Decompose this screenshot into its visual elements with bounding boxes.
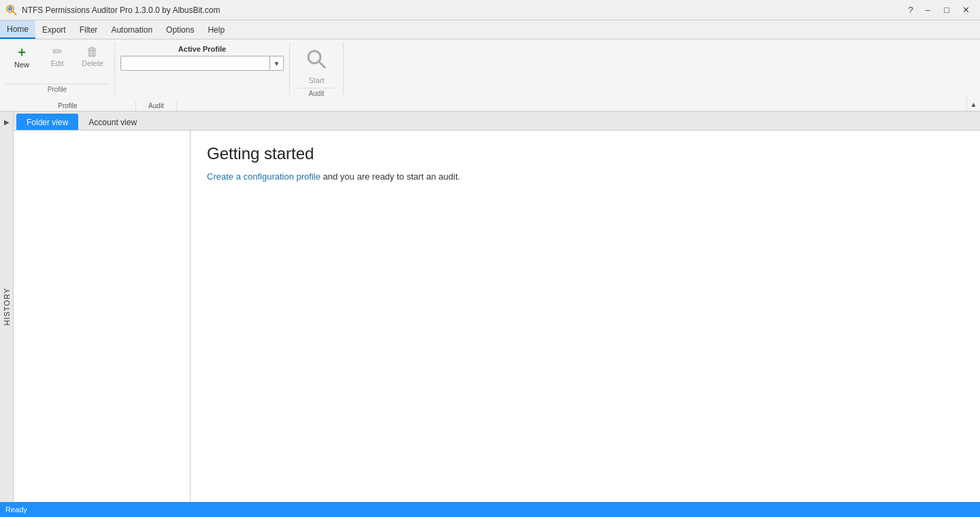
ribbon-group-profile-actions: + New ✏ Edit 🗑 Delete Profile	[0, 42, 115, 95]
tab-folder-view[interactable]: Folder view	[16, 114, 78, 130]
tab-account-view[interactable]: Account view	[78, 114, 147, 130]
maximize-button[interactable]: □	[938, 3, 956, 17]
menu-item-options[interactable]: Options	[159, 20, 201, 39]
history-sidebar[interactable]: ▶ HISTORY	[0, 112, 14, 502]
delete-button[interactable]: 🗑 Delete	[76, 42, 109, 71]
ribbon-label-audit: Audit	[136, 101, 177, 111]
profile-dropdown-input[interactable]	[121, 59, 270, 68]
profile-dropdown[interactable]: ▼	[120, 56, 284, 71]
edit-icon: ✏	[52, 46, 63, 58]
profile-group-label: Profile	[5, 84, 109, 95]
getting-started-title: Getting started	[207, 144, 964, 163]
content-area: Getting started Create a configuration p…	[14, 131, 980, 502]
start-label: Start	[308, 76, 324, 84]
menu-item-home[interactable]: Home	[0, 20, 35, 39]
create-profile-link[interactable]: Create a configuration profile	[207, 171, 321, 182]
title-bar-controls: ? – □ ✕	[904, 3, 975, 17]
close-button[interactable]: ✕	[957, 3, 975, 17]
history-arrow-icon: ▶	[4, 118, 10, 126]
ribbon-group-items-profile: + New ✏ Edit 🗑 Delete	[5, 42, 109, 82]
right-panel: Getting started Create a configuration p…	[191, 131, 980, 502]
start-search-icon	[306, 48, 327, 75]
ribbon-expand-button[interactable]: ▲	[966, 97, 980, 111]
status-text: Ready	[5, 505, 27, 514]
menu-item-filter[interactable]: Filter	[73, 20, 105, 39]
tabs-content-wrapper: Folder view Account view Getting started…	[14, 112, 980, 502]
history-label: HISTORY	[3, 288, 11, 326]
svg-point-2	[308, 51, 321, 63]
audit-group: Start Audit	[290, 42, 344, 95]
ribbon-tabs-bar: Profile Audit ▲	[0, 97, 980, 111]
profile-dropdown-arrow-icon[interactable]: ▼	[270, 56, 283, 70]
start-button[interactable]: Start	[298, 45, 335, 88]
svg-line-1	[13, 12, 16, 15]
menu-bar: Home Export Filter Automation Options He…	[0, 20, 980, 39]
delete-icon: 🗑	[86, 46, 99, 58]
title-bar: NTFS Permissions Auditor Pro 1.3.0.0 by …	[0, 0, 980, 20]
edit-label: Edit	[51, 59, 64, 67]
left-panel	[14, 131, 191, 502]
menu-item-automation[interactable]: Automation	[104, 20, 159, 39]
main-area: ▶ HISTORY Folder view Account view Getti…	[0, 112, 980, 502]
getting-started-body: and you are ready to start an audit.	[321, 171, 460, 182]
new-label: New	[14, 61, 29, 69]
profile-section: Active Profile ▼	[115, 42, 290, 95]
minimize-button[interactable]: –	[919, 3, 936, 17]
tabs-bar: Folder view Account view	[14, 112, 980, 131]
menu-item-help[interactable]: Help	[201, 20, 231, 39]
getting-started-text: Create a configuration profile and you a…	[207, 171, 964, 182]
ribbon-content: + New ✏ Edit 🗑 Delete Profile Active Pro…	[0, 39, 980, 97]
ribbon-label-profile: Profile	[0, 101, 136, 111]
svg-line-3	[319, 62, 325, 68]
status-bar: Ready	[0, 502, 980, 517]
title-bar-title: NTFS Permissions Auditor Pro 1.3.0.0 by …	[22, 5, 220, 15]
help-button[interactable]: ?	[904, 3, 917, 17]
ribbon: + New ✏ Edit 🗑 Delete Profile Active Pro…	[0, 39, 980, 112]
new-icon: +	[18, 46, 26, 59]
edit-button[interactable]: ✏ Edit	[41, 42, 74, 71]
delete-label: Delete	[82, 59, 103, 67]
menu-item-export[interactable]: Export	[35, 20, 73, 39]
new-button[interactable]: + New	[5, 42, 38, 72]
active-profile-label: Active Profile	[120, 45, 284, 53]
app-icon	[5, 4, 18, 16]
title-bar-left: NTFS Permissions Auditor Pro 1.3.0.0 by …	[5, 4, 220, 16]
